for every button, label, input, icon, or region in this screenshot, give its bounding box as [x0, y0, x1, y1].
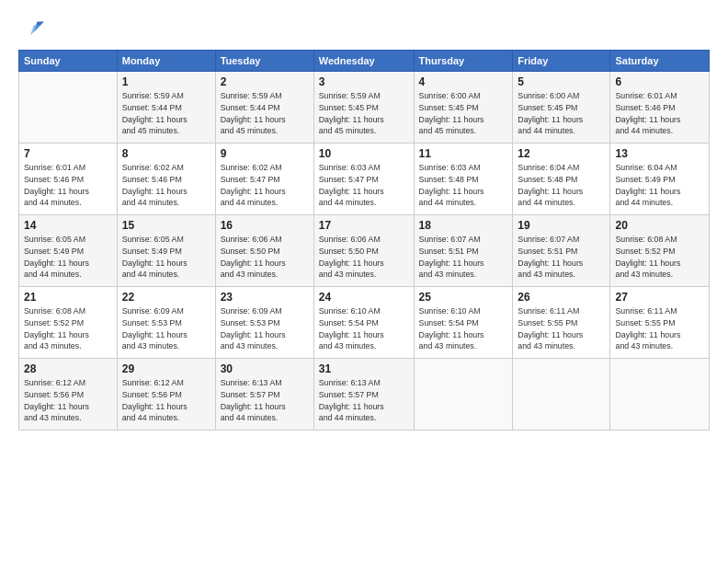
day-info: Sunrise: 6:11 AM Sunset: 5:55 PM Dayligh…: [518, 305, 605, 352]
day-info: Sunrise: 6:13 AM Sunset: 5:57 PM Dayligh…: [221, 377, 309, 424]
calendar-cell: 12Sunrise: 6:04 AM Sunset: 5:48 PM Dayli…: [513, 144, 610, 215]
calendar-cell: 26Sunrise: 6:11 AM Sunset: 5:55 PM Dayli…: [513, 287, 610, 359]
day-info: Sunrise: 6:01 AM Sunset: 5:46 PM Dayligh…: [24, 162, 112, 209]
day-info: Sunrise: 6:06 AM Sunset: 5:50 PM Dayligh…: [319, 234, 409, 281]
calendar-cell: 11Sunrise: 6:03 AM Sunset: 5:48 PM Dayli…: [414, 144, 513, 215]
day-number: 3: [319, 75, 409, 88]
day-number: 17: [319, 219, 409, 232]
calendar-cell: 13Sunrise: 6:04 AM Sunset: 5:49 PM Dayli…: [610, 144, 710, 215]
calendar-cell: 28Sunrise: 6:12 AM Sunset: 5:56 PM Dayli…: [19, 359, 118, 431]
calendar-cell: 19Sunrise: 6:07 AM Sunset: 5:51 PM Dayli…: [513, 215, 610, 287]
calendar-cell: 15Sunrise: 6:05 AM Sunset: 5:49 PM Dayli…: [117, 215, 215, 287]
calendar-week-row: 1Sunrise: 5:59 AM Sunset: 5:44 PM Daylig…: [19, 72, 710, 144]
day-info: Sunrise: 6:12 AM Sunset: 5:56 PM Dayligh…: [122, 377, 210, 424]
calendar-cell: 23Sunrise: 6:09 AM Sunset: 5:53 PM Dayli…: [215, 287, 313, 359]
day-number: 26: [518, 291, 605, 304]
day-number: 21: [24, 291, 112, 304]
calendar-week-row: 7Sunrise: 6:01 AM Sunset: 5:46 PM Daylig…: [19, 144, 710, 215]
day-info: Sunrise: 6:01 AM Sunset: 5:46 PM Dayligh…: [615, 90, 704, 137]
weekday-header: Thursday: [414, 51, 513, 72]
day-info: Sunrise: 6:06 AM Sunset: 5:50 PM Dayligh…: [221, 234, 309, 281]
day-number: 20: [615, 219, 704, 232]
day-info: Sunrise: 6:12 AM Sunset: 5:56 PM Dayligh…: [24, 377, 112, 424]
day-number: 22: [122, 291, 210, 304]
calendar-cell: 30Sunrise: 6:13 AM Sunset: 5:57 PM Dayli…: [215, 359, 313, 431]
calendar-cell: [610, 359, 710, 431]
calendar-week-row: 21Sunrise: 6:08 AM Sunset: 5:52 PM Dayli…: [19, 287, 710, 359]
day-info: Sunrise: 6:13 AM Sunset: 5:57 PM Dayligh…: [319, 377, 409, 424]
day-number: 18: [419, 219, 508, 232]
day-number: 16: [221, 219, 309, 232]
weekday-header: Monday: [117, 51, 215, 72]
weekday-header: Friday: [513, 51, 610, 72]
day-info: Sunrise: 6:09 AM Sunset: 5:53 PM Dayligh…: [122, 305, 210, 352]
day-info: Sunrise: 6:03 AM Sunset: 5:48 PM Dayligh…: [419, 162, 508, 209]
calendar-cell: 8Sunrise: 6:02 AM Sunset: 5:46 PM Daylig…: [117, 144, 215, 215]
day-number: 23: [221, 291, 309, 304]
calendar-cell: [19, 72, 118, 144]
day-number: 10: [319, 147, 409, 160]
calendar-cell: 31Sunrise: 6:13 AM Sunset: 5:57 PM Dayli…: [313, 359, 414, 431]
calendar-week-row: 28Sunrise: 6:12 AM Sunset: 5:56 PM Dayli…: [19, 359, 710, 431]
day-info: Sunrise: 6:02 AM Sunset: 5:47 PM Dayligh…: [221, 162, 309, 209]
day-number: 30: [221, 362, 309, 375]
calendar-cell: 2Sunrise: 5:59 AM Sunset: 5:44 PM Daylig…: [215, 72, 313, 144]
calendar-cell: 18Sunrise: 6:07 AM Sunset: 5:51 PM Dayli…: [414, 215, 513, 287]
calendar-cell: 7Sunrise: 6:01 AM Sunset: 5:46 PM Daylig…: [19, 144, 118, 215]
day-number: 15: [122, 219, 210, 232]
day-info: Sunrise: 6:00 AM Sunset: 5:45 PM Dayligh…: [518, 90, 605, 137]
day-info: Sunrise: 6:05 AM Sunset: 5:49 PM Dayligh…: [122, 234, 210, 281]
day-info: Sunrise: 6:10 AM Sunset: 5:54 PM Dayligh…: [419, 305, 508, 352]
day-info: Sunrise: 6:00 AM Sunset: 5:45 PM Dayligh…: [419, 90, 508, 137]
calendar-cell: 25Sunrise: 6:10 AM Sunset: 5:54 PM Dayli…: [414, 287, 513, 359]
calendar-cell: 20Sunrise: 6:08 AM Sunset: 5:52 PM Dayli…: [610, 215, 710, 287]
header: [18, 17, 710, 42]
weekday-header: Sunday: [19, 51, 118, 72]
calendar-cell: 9Sunrise: 6:02 AM Sunset: 5:47 PM Daylig…: [215, 144, 313, 215]
calendar-cell: [513, 359, 610, 431]
calendar-cell: [414, 359, 513, 431]
weekday-header: Tuesday: [215, 51, 313, 72]
day-info: Sunrise: 6:04 AM Sunset: 5:49 PM Dayligh…: [615, 162, 704, 209]
calendar-cell: 3Sunrise: 5:59 AM Sunset: 5:45 PM Daylig…: [313, 72, 414, 144]
day-number: 31: [319, 362, 409, 375]
day-number: 11: [419, 147, 508, 160]
day-number: 1: [122, 75, 210, 88]
day-number: 8: [122, 147, 210, 160]
day-number: 19: [518, 219, 605, 232]
day-info: Sunrise: 6:07 AM Sunset: 5:51 PM Dayligh…: [518, 234, 605, 281]
calendar-cell: 17Sunrise: 6:06 AM Sunset: 5:50 PM Dayli…: [313, 215, 414, 287]
weekday-header: Wednesday: [313, 51, 414, 72]
day-number: 5: [518, 75, 605, 88]
day-number: 28: [24, 362, 112, 375]
day-info: Sunrise: 6:08 AM Sunset: 5:52 PM Dayligh…: [615, 234, 704, 281]
day-info: Sunrise: 6:10 AM Sunset: 5:54 PM Dayligh…: [319, 305, 409, 352]
day-info: Sunrise: 5:59 AM Sunset: 5:44 PM Dayligh…: [122, 90, 210, 137]
header-row: SundayMondayTuesdayWednesdayThursdayFrid…: [19, 51, 710, 72]
calendar-week-row: 14Sunrise: 6:05 AM Sunset: 5:49 PM Dayli…: [19, 215, 710, 287]
calendar-cell: 24Sunrise: 6:10 AM Sunset: 5:54 PM Dayli…: [313, 287, 414, 359]
logo-icon: [18, 17, 44, 42]
day-info: Sunrise: 6:11 AM Sunset: 5:55 PM Dayligh…: [615, 305, 704, 352]
day-info: Sunrise: 6:04 AM Sunset: 5:48 PM Dayligh…: [518, 162, 605, 209]
calendar-cell: 27Sunrise: 6:11 AM Sunset: 5:55 PM Dayli…: [610, 287, 710, 359]
page: SundayMondayTuesdayWednesdayThursdayFrid…: [0, 0, 728, 563]
calendar-cell: 14Sunrise: 6:05 AM Sunset: 5:49 PM Dayli…: [19, 215, 118, 287]
day-info: Sunrise: 6:09 AM Sunset: 5:53 PM Dayligh…: [221, 305, 309, 352]
day-number: 2: [221, 75, 309, 88]
svg-marker-1: [30, 25, 40, 35]
day-number: 4: [419, 75, 508, 88]
calendar-cell: 4Sunrise: 6:00 AM Sunset: 5:45 PM Daylig…: [414, 72, 513, 144]
day-number: 12: [518, 147, 605, 160]
day-number: 24: [319, 291, 409, 304]
calendar-cell: 16Sunrise: 6:06 AM Sunset: 5:50 PM Dayli…: [215, 215, 313, 287]
day-info: Sunrise: 5:59 AM Sunset: 5:44 PM Dayligh…: [221, 90, 309, 137]
day-number: 25: [419, 291, 508, 304]
day-number: 13: [615, 147, 704, 160]
calendar-table: SundayMondayTuesdayWednesdayThursdayFrid…: [18, 50, 710, 431]
day-info: Sunrise: 6:08 AM Sunset: 5:52 PM Dayligh…: [24, 305, 112, 352]
weekday-header: Saturday: [610, 51, 710, 72]
calendar-cell: 1Sunrise: 5:59 AM Sunset: 5:44 PM Daylig…: [117, 72, 215, 144]
calendar-cell: 10Sunrise: 6:03 AM Sunset: 5:47 PM Dayli…: [313, 144, 414, 215]
day-info: Sunrise: 6:05 AM Sunset: 5:49 PM Dayligh…: [24, 234, 112, 281]
